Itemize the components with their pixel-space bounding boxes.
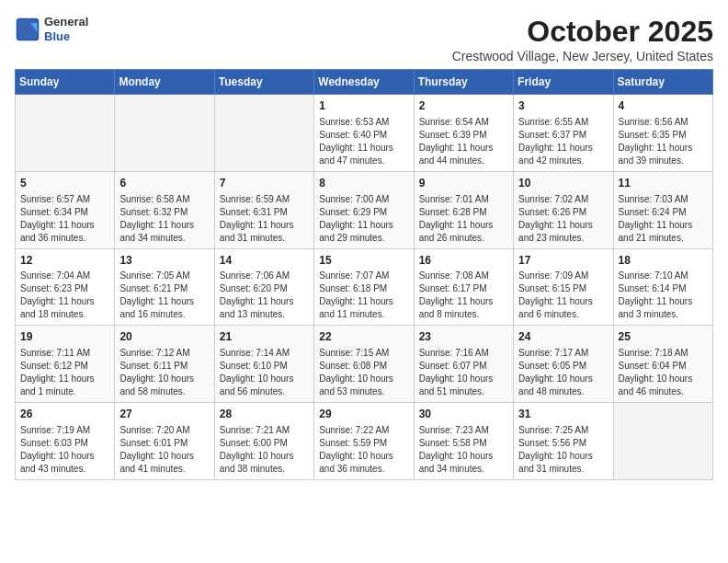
location-title: Crestwood Village, New Jersey, United St… (452, 49, 713, 63)
day-info: Sunrise: 7:10 AM Sunset: 6:14 PM Dayligh… (619, 270, 708, 321)
calendar-day-cell: 2Sunrise: 6:54 AM Sunset: 6:39 PM Daylig… (414, 95, 513, 172)
calendar-day-cell: 16Sunrise: 7:08 AM Sunset: 6:17 PM Dayli… (414, 248, 513, 326)
weekday-header-thursday: Thursday (414, 70, 513, 95)
logo-icon (15, 17, 40, 42)
day-info: Sunrise: 7:01 AM Sunset: 6:28 PM Dayligh… (419, 193, 508, 245)
day-info: Sunrise: 6:55 AM Sunset: 6:37 PM Dayligh… (518, 116, 608, 167)
day-info: Sunrise: 7:12 AM Sunset: 6:11 PM Dayligh… (119, 347, 209, 398)
weekday-header-friday: Friday (514, 70, 613, 95)
day-number: 7 (220, 176, 309, 191)
day-number: 29 (319, 407, 408, 422)
calendar-day-cell: 24Sunrise: 7:17 AM Sunset: 6:05 PM Dayli… (514, 326, 613, 403)
day-number: 11 (619, 176, 708, 191)
calendar-day-cell: 29Sunrise: 7:22 AM Sunset: 5:59 PM Dayli… (314, 403, 414, 480)
weekday-header-tuesday: Tuesday (214, 70, 313, 95)
calendar-day-cell: 28Sunrise: 7:21 AM Sunset: 6:00 PM Dayli… (214, 403, 313, 480)
day-info: Sunrise: 6:58 AM Sunset: 6:32 PM Dayligh… (119, 193, 209, 245)
day-info: Sunrise: 7:19 AM Sunset: 6:03 PM Dayligh… (20, 424, 109, 476)
day-info: Sunrise: 7:14 AM Sunset: 6:10 PM Dayligh… (220, 347, 309, 398)
day-number: 25 (619, 329, 708, 345)
day-info: Sunrise: 7:02 AM Sunset: 6:26 PM Dayligh… (518, 193, 608, 245)
day-number: 28 (220, 407, 309, 422)
calendar-week-row: 1Sunrise: 6:53 AM Sunset: 6:40 PM Daylig… (16, 95, 713, 172)
day-number: 2 (419, 98, 508, 114)
day-info: Sunrise: 7:22 AM Sunset: 5:59 PM Dayligh… (319, 424, 408, 476)
calendar-day-cell: 25Sunrise: 7:18 AM Sunset: 6:04 PM Dayli… (613, 326, 712, 403)
day-number: 1 (319, 98, 408, 114)
calendar-week-row: 12Sunrise: 7:04 AM Sunset: 6:23 PM Dayli… (16, 248, 713, 326)
calendar-day-cell: 6Sunrise: 6:58 AM Sunset: 6:32 PM Daylig… (115, 171, 214, 248)
day-number: 31 (518, 407, 608, 422)
calendar-day-cell (115, 95, 214, 172)
calendar-day-cell: 18Sunrise: 7:10 AM Sunset: 6:14 PM Dayli… (613, 248, 712, 326)
calendar-day-cell (16, 95, 115, 172)
day-number: 9 (419, 176, 508, 191)
day-number: 8 (319, 176, 408, 191)
day-number: 21 (220, 329, 309, 345)
calendar-day-cell: 21Sunrise: 7:14 AM Sunset: 6:10 PM Dayli… (214, 326, 313, 403)
day-info: Sunrise: 7:07 AM Sunset: 6:18 PM Dayligh… (319, 270, 408, 321)
day-number: 4 (619, 98, 708, 114)
day-number: 23 (419, 329, 508, 345)
day-info: Sunrise: 7:15 AM Sunset: 6:08 PM Dayligh… (319, 347, 408, 398)
day-number: 5 (20, 176, 109, 191)
calendar-day-cell: 10Sunrise: 7:02 AM Sunset: 6:26 PM Dayli… (514, 171, 613, 248)
title-area: October 2025 Crestwood Village, New Jers… (452, 15, 713, 63)
calendar-day-cell: 30Sunrise: 7:23 AM Sunset: 5:58 PM Dayli… (414, 403, 513, 480)
calendar-day-cell: 22Sunrise: 7:15 AM Sunset: 6:08 PM Dayli… (314, 326, 414, 403)
day-info: Sunrise: 6:54 AM Sunset: 6:39 PM Dayligh… (419, 116, 508, 167)
calendar-day-cell: 3Sunrise: 6:55 AM Sunset: 6:37 PM Daylig… (514, 95, 613, 172)
day-info: Sunrise: 7:08 AM Sunset: 6:17 PM Dayligh… (419, 270, 508, 321)
weekday-header-saturday: Saturday (613, 70, 712, 95)
month-title: October 2025 (452, 15, 713, 49)
day-number: 17 (518, 253, 608, 269)
weekday-header-sunday: Sunday (16, 70, 115, 95)
day-info: Sunrise: 7:00 AM Sunset: 6:29 PM Dayligh… (319, 193, 408, 245)
calendar-day-cell (613, 403, 712, 480)
day-number: 27 (119, 407, 209, 422)
day-number: 10 (518, 176, 608, 191)
calendar-week-row: 26Sunrise: 7:19 AM Sunset: 6:03 PM Dayli… (16, 403, 713, 480)
day-info: Sunrise: 7:18 AM Sunset: 6:04 PM Dayligh… (619, 347, 708, 398)
day-number: 16 (419, 253, 508, 269)
calendar-day-cell: 4Sunrise: 6:56 AM Sunset: 6:35 PM Daylig… (613, 95, 712, 172)
day-number: 13 (119, 253, 209, 269)
calendar-day-cell: 20Sunrise: 7:12 AM Sunset: 6:11 PM Dayli… (115, 326, 214, 403)
day-info: Sunrise: 6:53 AM Sunset: 6:40 PM Dayligh… (319, 116, 408, 167)
day-info: Sunrise: 7:20 AM Sunset: 6:01 PM Dayligh… (119, 424, 209, 476)
day-info: Sunrise: 6:57 AM Sunset: 6:34 PM Dayligh… (20, 193, 109, 245)
calendar-table: SundayMondayTuesdayWednesdayThursdayFrid… (15, 69, 713, 480)
day-info: Sunrise: 6:59 AM Sunset: 6:31 PM Dayligh… (220, 193, 309, 245)
day-number: 20 (119, 329, 209, 345)
day-info: Sunrise: 7:06 AM Sunset: 6:20 PM Dayligh… (220, 270, 309, 321)
calendar-day-cell: 23Sunrise: 7:16 AM Sunset: 6:07 PM Dayli… (414, 326, 513, 403)
weekday-header-monday: Monday (115, 70, 214, 95)
day-info: Sunrise: 6:56 AM Sunset: 6:35 PM Dayligh… (619, 116, 708, 167)
day-info: Sunrise: 7:04 AM Sunset: 6:23 PM Dayligh… (20, 270, 109, 321)
day-info: Sunrise: 7:21 AM Sunset: 6:00 PM Dayligh… (220, 424, 309, 476)
day-info: Sunrise: 7:16 AM Sunset: 6:07 PM Dayligh… (419, 347, 508, 398)
weekday-header-wednesday: Wednesday (314, 70, 414, 95)
calendar-day-cell: 8Sunrise: 7:00 AM Sunset: 6:29 PM Daylig… (314, 171, 414, 248)
calendar-day-cell: 27Sunrise: 7:20 AM Sunset: 6:01 PM Dayli… (115, 403, 214, 480)
calendar-day-cell: 17Sunrise: 7:09 AM Sunset: 6:15 PM Dayli… (514, 248, 613, 326)
day-number: 14 (220, 253, 309, 269)
day-info: Sunrise: 7:23 AM Sunset: 5:58 PM Dayligh… (419, 424, 508, 476)
logo-text: General Blue (44, 15, 88, 43)
calendar-header-row: SundayMondayTuesdayWednesdayThursdayFrid… (16, 70, 713, 95)
logo: General Blue (15, 15, 88, 43)
calendar-day-cell: 5Sunrise: 6:57 AM Sunset: 6:34 PM Daylig… (16, 171, 115, 248)
day-number: 12 (20, 253, 109, 269)
calendar-day-cell: 13Sunrise: 7:05 AM Sunset: 6:21 PM Dayli… (115, 248, 214, 326)
day-number: 18 (619, 253, 708, 269)
calendar-day-cell (214, 95, 313, 172)
day-number: 30 (419, 407, 508, 422)
calendar-day-cell: 15Sunrise: 7:07 AM Sunset: 6:18 PM Dayli… (314, 248, 414, 326)
day-number: 24 (518, 329, 608, 345)
day-number: 15 (319, 253, 408, 269)
calendar-week-row: 5Sunrise: 6:57 AM Sunset: 6:34 PM Daylig… (16, 171, 713, 248)
day-number: 6 (119, 176, 209, 191)
day-info: Sunrise: 7:25 AM Sunset: 5:56 PM Dayligh… (518, 424, 608, 476)
day-number: 19 (20, 329, 109, 345)
day-info: Sunrise: 7:17 AM Sunset: 6:05 PM Dayligh… (518, 347, 608, 398)
